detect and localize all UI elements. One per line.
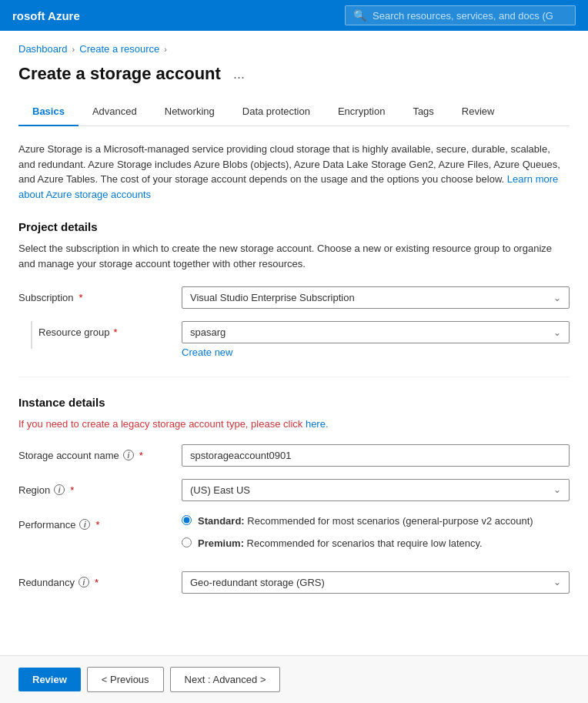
performance-label: Performance i * [18, 514, 172, 531]
performance-required: * [95, 519, 99, 531]
storage-account-name-control [182, 444, 570, 467]
page-description: Azure Storage is a Microsoft-managed ser… [18, 142, 570, 202]
subscription-required: * [79, 292, 83, 303]
redundancy-required: * [95, 577, 99, 588]
redundancy-label: Redundancy i * [18, 571, 172, 588]
project-details-description: Select the subscription in which to crea… [18, 241, 570, 271]
breadcrumb-separator-2: › [164, 45, 167, 54]
performance-standard-label[interactable]: Standard: Recommended for most scenarios… [198, 514, 533, 529]
subscription-label: Subscription * [18, 286, 172, 303]
resource-group-dropdown-arrow: ⌄ [553, 327, 561, 338]
main-content: Dashboard › Create a resource › Create a… [0, 31, 588, 668]
redundancy-dropdown-arrow: ⌄ [553, 577, 561, 588]
region-label: Region i * [18, 479, 172, 496]
app-title: rosoft Azure [12, 9, 80, 22]
redundancy-info-icon[interactable]: i [79, 577, 89, 588]
region-required: * [70, 484, 74, 496]
redundancy-dropdown[interactable]: Geo-redundant storage (GRS) ⌄ [182, 571, 570, 594]
tab-bar: Basics Advanced Networking Data protecti… [18, 98, 570, 126]
performance-control: Standard: Recommended for most scenarios… [182, 514, 570, 559]
indent-line [31, 321, 32, 349]
region-dropdown-arrow: ⌄ [553, 484, 561, 495]
tab-advanced[interactable]: Advanced [79, 98, 151, 126]
performance-premium-label[interactable]: Premium: Recommended for scenarios that … [198, 536, 483, 551]
storage-name-required: * [139, 450, 143, 461]
breadcrumb-separator-1: › [72, 45, 75, 54]
next-button[interactable]: Next : Advanced > [170, 667, 281, 668]
breadcrumb-dashboard[interactable]: Dashboard [18, 43, 68, 55]
bottom-navigation-bar: Review < Previous Next : Advanced > [0, 655, 588, 668]
redundancy-row: Redundancy i * Geo-redundant storage (GR… [18, 571, 570, 594]
legacy-storage-link[interactable]: here. [306, 418, 329, 430]
search-icon: 🔍 [353, 9, 366, 22]
section-divider-1 [18, 377, 570, 377]
performance-standard-radio[interactable] [182, 515, 192, 525]
page-title-row: Create a storage account ... [18, 64, 570, 84]
storage-account-name-row: Storage account name i * [18, 444, 570, 467]
ellipsis-button[interactable]: ... [229, 65, 249, 84]
performance-row: Performance i * Standard: Recommended fo… [18, 514, 570, 559]
create-new-resource-group-link[interactable]: Create new [182, 346, 570, 358]
resource-group-row: Resource group * spasarg ⌄ Create new [18, 321, 570, 358]
search-bar[interactable]: 🔍 [345, 5, 576, 25]
breadcrumb: Dashboard › Create a resource › [18, 43, 570, 55]
breadcrumb-create-resource[interactable]: Create a resource [79, 43, 159, 55]
region-dropdown[interactable]: (US) East US ⌄ [182, 479, 570, 501]
top-navigation-bar: rosoft Azure 🔍 [0, 0, 588, 31]
region-row: Region i * (US) East US ⌄ [18, 479, 570, 501]
tab-basics[interactable]: Basics [18, 98, 79, 126]
performance-premium-option: Premium: Recommended for scenarios that … [182, 536, 570, 551]
resource-group-required: * [114, 326, 118, 338]
performance-info-icon[interactable]: i [79, 519, 90, 530]
storage-account-name-input[interactable] [182, 444, 570, 467]
resource-group-label-area: Resource group * [18, 321, 172, 349]
instance-details-header: Instance details [18, 396, 570, 409]
tab-encryption[interactable]: Encryption [324, 98, 399, 126]
tab-tags[interactable]: Tags [399, 98, 447, 126]
subscription-control: Visual Studio Enterprise Subscription ⌄ [182, 286, 570, 309]
performance-standard-option: Standard: Recommended for most scenarios… [182, 514, 570, 529]
search-input[interactable] [373, 10, 567, 22]
storage-account-name-label: Storage account name i * [18, 444, 172, 461]
instance-note: If you need to create a legacy storage a… [18, 417, 570, 432]
performance-premium-radio[interactable] [182, 537, 192, 547]
tab-review[interactable]: Review [448, 98, 509, 126]
tab-data-protection[interactable]: Data protection [229, 98, 324, 126]
resource-group-label: Resource group * [38, 321, 118, 338]
subscription-row: Subscription * Visual Studio Enterprise … [18, 286, 570, 309]
resource-group-dropdown[interactable]: spasarg ⌄ [182, 321, 570, 343]
page-title: Create a storage account [18, 64, 221, 84]
storage-name-info-icon[interactable]: i [123, 450, 134, 460]
subscription-dropdown[interactable]: Visual Studio Enterprise Subscription ⌄ [182, 286, 570, 309]
region-control: (US) East US ⌄ [182, 479, 570, 501]
redundancy-control: Geo-redundant storage (GRS) ⌄ [182, 571, 570, 594]
project-details-header: Project details [18, 220, 570, 233]
tab-networking[interactable]: Networking [151, 98, 229, 126]
previous-button[interactable]: < Previous [87, 667, 164, 668]
resource-group-control: spasarg ⌄ Create new [182, 321, 570, 358]
region-info-icon[interactable]: i [54, 484, 65, 495]
subscription-dropdown-arrow: ⌄ [553, 293, 561, 303]
